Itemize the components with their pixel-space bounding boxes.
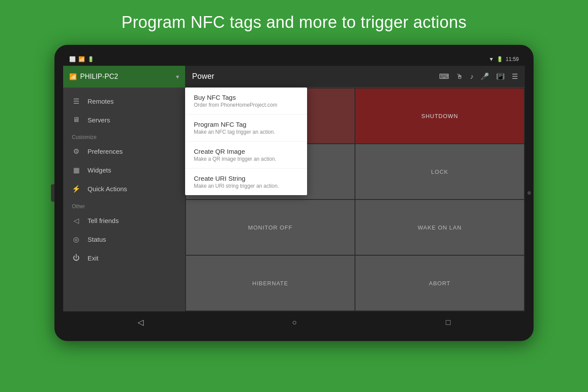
share-icon: ◁ xyxy=(72,216,81,225)
customize-section-label: Customize xyxy=(63,129,185,142)
tablet-screen: ⬜ 📶 🔋 ▼ 🔋 11:59 📶 PHILIP-PC2 ▾ xyxy=(63,53,525,333)
status-label: Status xyxy=(88,236,106,243)
buy-nfc-subtitle: Order from PhoneHomeProject.com xyxy=(194,102,298,108)
sidebar-item-tell-friends[interactable]: ◁ Tell friends xyxy=(63,211,185,230)
create-uri-title: Create URI String xyxy=(194,175,298,182)
shutdown-button[interactable]: SHUTDOWN xyxy=(355,88,524,143)
main-content: Power ⌨ 🖱 ♪ 🎤 📳 ☰ RESTART xyxy=(185,66,525,311)
keyboard-icon[interactable]: ⌨ xyxy=(439,72,449,81)
create-qr-title: Create QR Image xyxy=(194,148,298,155)
sidebar: 📶 PHILIP-PC2 ▾ ☰ Remotes 🖥 Servers Custo… xyxy=(63,66,185,311)
clock: 11:59 xyxy=(506,56,519,62)
create-qr-subtitle: Make a QR image trigger an action. xyxy=(194,156,298,162)
sidebar-item-widgets[interactable]: ▦ Widgets xyxy=(63,161,185,179)
screen-cast-icon: ⬜ xyxy=(69,56,76,62)
battery-icon: 🔋 xyxy=(497,56,503,62)
tablet-right-dot xyxy=(527,191,531,195)
mic-icon[interactable]: 🎤 xyxy=(480,72,489,81)
servers-icon: 🖥 xyxy=(72,116,81,124)
status-right: ▼ 🔋 11:59 xyxy=(489,56,519,62)
wifi-icon: 📶 xyxy=(78,56,85,62)
main-title: Power xyxy=(192,72,434,81)
hibernate-button[interactable]: HIBERNATE xyxy=(186,256,355,311)
abort-button[interactable]: ABORT xyxy=(355,256,524,311)
header-toolbar: ⌨ 🖱 ♪ 🎤 📳 ☰ xyxy=(439,72,518,81)
recent-apps-button[interactable]: □ xyxy=(446,318,450,327)
quick-actions-icon: ⚡ xyxy=(72,185,81,193)
dropdown-item-create-uri[interactable]: Create URI String Make an URI string tri… xyxy=(185,169,307,195)
app-area: 📶 PHILIP-PC2 ▾ ☰ Remotes 🖥 Servers Custo… xyxy=(63,66,525,311)
sidebar-item-status[interactable]: ◎ Status xyxy=(63,230,185,249)
mouse-icon[interactable]: 🖱 xyxy=(456,73,463,81)
menu-icon[interactable]: ☰ xyxy=(512,72,518,81)
program-nfc-subtitle: Make an NFC tag trigger an action. xyxy=(194,129,298,135)
page-headline: Program NFC tags and more to trigger act… xyxy=(122,13,467,32)
sidebar-item-exit[interactable]: ⏻ Exit xyxy=(63,249,185,267)
dropdown-item-create-qr[interactable]: Create QR Image Make a QR image trigger … xyxy=(185,142,307,169)
wake-on-lan-button[interactable]: WAKE ON LAN xyxy=(355,200,524,255)
widgets-label: Widgets xyxy=(88,166,111,174)
quick-actions-label: Quick Actions xyxy=(88,185,127,193)
sidebar-item-preferences[interactable]: ⚙ Preferences xyxy=(63,142,185,161)
monitor-off-button[interactable]: MONITOR OFF xyxy=(186,200,355,255)
buy-nfc-title: Buy NFC Tags xyxy=(194,94,298,101)
tell-friends-label: Tell friends xyxy=(88,217,119,224)
nfc-dropdown-menu: Buy NFC Tags Order from PhoneHomeProject… xyxy=(185,88,307,195)
remotes-label: Remotes xyxy=(88,98,114,105)
create-uri-subtitle: Make an URI string trigger an action. xyxy=(194,183,298,189)
other-section-label: Other xyxy=(63,198,185,211)
vibration-icon[interactable]: 📳 xyxy=(496,72,505,81)
sidebar-item-quick-actions[interactable]: ⚡ Quick Actions xyxy=(63,179,185,198)
dropdown-item-program-nfc[interactable]: Program NFC Tag Make an NFC tag trigger … xyxy=(185,115,307,142)
bottom-nav: ◁ ○ □ xyxy=(63,311,525,333)
tablet-frame: ⬜ 📶 🔋 ▼ 🔋 11:59 📶 PHILIP-PC2 ▾ xyxy=(54,45,534,341)
dropdown-item-buy-nfc[interactable]: Buy NFC Tags Order from PhoneHomeProject… xyxy=(185,88,307,115)
music-icon[interactable]: ♪ xyxy=(470,73,473,81)
battery-level-icon: 🔋 xyxy=(88,56,94,62)
sidebar-header[interactable]: 📶 PHILIP-PC2 ▾ xyxy=(63,66,185,88)
widgets-icon: ▦ xyxy=(72,166,81,174)
sidebar-item-remotes[interactable]: ☰ Remotes xyxy=(63,92,185,111)
main-header: Power ⌨ 🖱 ♪ 🎤 📳 ☰ xyxy=(185,66,525,88)
exit-icon: ⏻ xyxy=(72,254,81,262)
status-left-icons: ⬜ 📶 🔋 xyxy=(69,56,94,62)
tablet-side-button xyxy=(51,184,54,202)
wifi-status-icon: ▼ xyxy=(489,56,494,62)
servers-label: Servers xyxy=(88,116,110,124)
exit-label: Exit xyxy=(88,254,98,262)
status-icon: ◎ xyxy=(72,235,81,243)
chevron-down-icon[interactable]: ▾ xyxy=(176,73,179,80)
sidebar-menu: ☰ Remotes 🖥 Servers Customize ⚙ Preferen… xyxy=(63,88,185,271)
preferences-icon: ⚙ xyxy=(72,147,81,155)
preferences-label: Preferences xyxy=(88,148,123,155)
program-nfc-title: Program NFC Tag xyxy=(194,121,298,128)
remotes-icon: ☰ xyxy=(72,97,81,105)
home-button[interactable]: ○ xyxy=(292,318,297,327)
wifi-connected-icon: 📶 xyxy=(69,73,77,80)
back-button[interactable]: ◁ xyxy=(138,318,144,327)
sidebar-item-servers[interactable]: 🖥 Servers xyxy=(63,111,185,129)
lock-button[interactable]: LOCK xyxy=(355,144,524,199)
status-bar: ⬜ 📶 🔋 ▼ 🔋 11:59 xyxy=(63,53,525,66)
pc-name: PHILIP-PC2 xyxy=(80,73,172,81)
